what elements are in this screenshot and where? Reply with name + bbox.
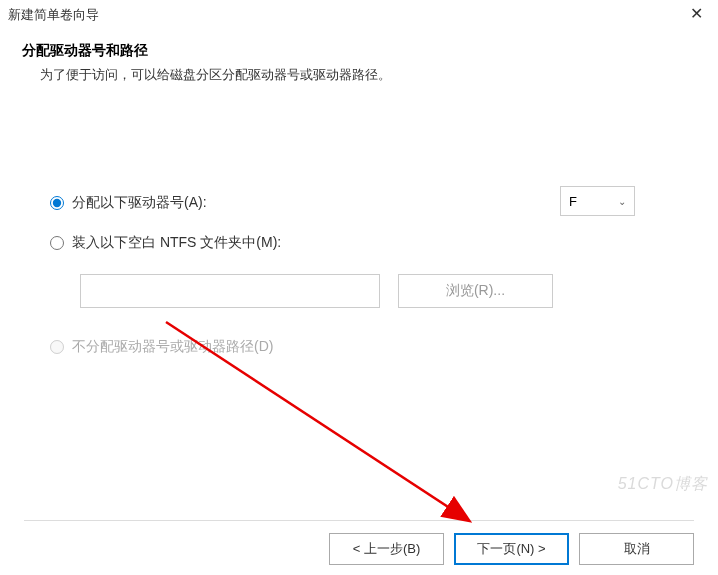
mount-path-row: 浏览(R)... [80, 274, 696, 308]
drive-letter-select[interactable]: F ⌄ [560, 186, 635, 216]
close-icon[interactable]: ✕ [686, 4, 706, 23]
footer-buttons: < 上一步(B) 下一页(N) > 取消 [24, 520, 694, 565]
option-mount-folder: 装入以下空白 NTFS 文件夹中(M): [50, 234, 696, 252]
label-assign-letter: 分配以下驱动器号(A): [72, 194, 207, 212]
radio-mount-folder[interactable] [50, 236, 64, 250]
window-title: 新建简单卷向导 [8, 6, 99, 24]
drive-letter-value: F [569, 194, 577, 209]
watermark: 51CTO博客 [618, 474, 708, 495]
page-description: 为了便于访问，可以给磁盘分区分配驱动器号或驱动器路径。 [40, 66, 696, 84]
chevron-down-icon: ⌄ [618, 196, 626, 207]
mount-path-input[interactable] [80, 274, 380, 308]
next-button[interactable]: 下一页(N) > [454, 533, 569, 565]
label-no-assign: 不分配驱动器号或驱动器路径(D) [72, 338, 273, 356]
titlebar: 新建简单卷向导 ✕ [0, 0, 718, 30]
radio-no-assign[interactable] [50, 340, 64, 354]
browse-button[interactable]: 浏览(R)... [398, 274, 553, 308]
options-group: 分配以下驱动器号(A): F ⌄ 装入以下空白 NTFS 文件夹中(M): 浏览… [22, 194, 696, 356]
option-assign-letter: 分配以下驱动器号(A): F ⌄ [50, 194, 696, 212]
cancel-button[interactable]: 取消 [579, 533, 694, 565]
page-title: 分配驱动器号和路径 [22, 42, 696, 60]
label-mount-folder: 装入以下空白 NTFS 文件夹中(M): [72, 234, 281, 252]
content-area: 分配驱动器号和路径 为了便于访问，可以给磁盘分区分配驱动器号或驱动器路径。 分配… [0, 30, 718, 356]
radio-assign-letter[interactable] [50, 196, 64, 210]
option-no-assign: 不分配驱动器号或驱动器路径(D) [50, 338, 696, 356]
back-button[interactable]: < 上一步(B) [329, 533, 444, 565]
